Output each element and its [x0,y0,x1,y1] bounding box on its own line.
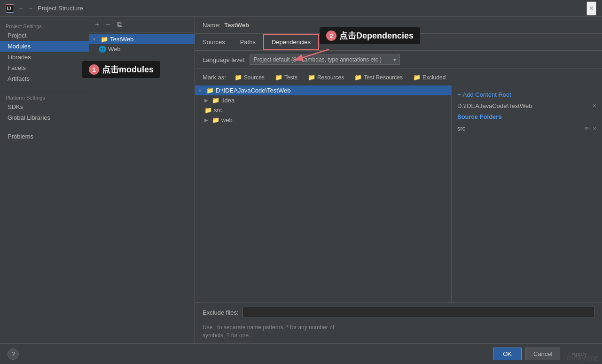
title-bar: IJ ← → Project Structure × [0,0,602,17]
add-content-root-label: Add Content Root [463,91,511,98]
name-value: TestWeb [224,22,249,29]
module-name: TestWeb [110,36,133,43]
annotation-text-1: 点击modules [102,64,154,75]
idea-expand-arrow: ▶ [204,98,210,103]
svg-line-3 [296,49,329,60]
test-resources-folder-icon: 📁 [354,74,362,81]
src-label: src [214,107,222,114]
mark-excluded-label: Excluded [422,74,446,81]
platform-settings-title: Platform Settings [0,92,89,101]
annotation-num-1: 1 [89,64,99,75]
sidebar-item-artifacts[interactable]: Artifacts [0,73,89,84]
ok-button[interactable]: OK [493,348,522,360]
sidebar-item-libraries[interactable]: Libraries [0,52,89,62]
remove-module-button[interactable]: − [104,20,112,29]
help-button[interactable]: ? [8,349,19,360]
exclude-hint: Use ; to separate name patterns, * for a… [195,322,602,343]
annotation-num-2: 2 [326,31,336,41]
idea-folder-icon: 📁 [212,97,219,104]
bottom-bar: ? OK Cancel Apply [0,343,602,364]
resources-folder-icon: 📁 [308,74,315,81]
mark-sources-label: Sources [244,74,265,81]
language-level-label: Language level: [203,56,246,63]
tree-web-item[interactable]: ▶ 📁 web [195,115,451,125]
content-root-panel: + Add Content Root D:\IDEAJavaCode\TestW… [452,85,602,302]
sources-folder-icon: 📁 [235,74,242,81]
middle-toolbar: + − ⧉ [89,17,195,32]
src-folder-icon: 📁 [204,107,212,114]
right-panel: Name: TestWeb Sources Paths Dependencies… [195,17,602,343]
root-path-row: D:\IDEAJavaCode\TestWeb × [457,102,596,109]
forward-button[interactable]: → [27,5,34,12]
copy-module-button[interactable]: ⧉ [115,20,124,29]
remove-root-button[interactable]: × [593,102,596,109]
idea-label: .idea [221,97,235,104]
close-button[interactable]: × [586,1,596,15]
sidebar-item-modules[interactable]: Modules [0,41,89,52]
mark-tests-label: Tests [284,74,297,81]
annotation-text-2: 点击Dependencies [339,30,414,41]
excluded-folder-icon: 📁 [413,74,421,81]
exclude-files-label: Exclude files: [203,309,239,316]
add-module-button[interactable]: + [93,20,101,29]
plus-icon: + [457,91,461,98]
sidebar-item-project[interactable]: Project [0,30,89,41]
edit-source-folder-button[interactable]: ✏ [585,125,590,132]
content-tree-area: ▾ 📁 D:\IDEAJavaCode\TestWeb ▶ 📁 .idea 📁 … [195,85,602,302]
tree-item-web[interactable]: 🌐 Web [89,44,195,54]
root-path-label: D:\IDEAJavaCode\TestWeb [216,87,290,94]
annotation-bubble-1: 1 点击modules [82,61,160,78]
root-expand-arrow: ▾ [199,88,204,93]
source-folder-name: src [457,125,471,132]
language-level-row: Language level: Project default (8 - Lam… [195,51,602,69]
sidebar-divider [0,88,89,88]
source-folder-actions: ✏ × [585,125,596,132]
web-label-tree: web [221,116,233,124]
tab-sources[interactable]: Sources [195,34,233,50]
mark-tests-button[interactable]: 📁 Tests [271,73,301,82]
sidebar-item-global-libraries[interactable]: Global Libraries [0,112,89,123]
mark-resources-button[interactable]: 📁 Resources [304,73,348,82]
mark-excluded-button[interactable]: 📁 Excluded [409,73,449,82]
tree-item-testweb[interactable]: ▾ 📁 TestWeb [89,34,195,44]
tree-src-item[interactable]: 📁 src [195,105,451,115]
mark-sources-button[interactable]: 📁 Sources [231,73,268,82]
web-expand-arrow: ▶ [204,117,210,123]
watermark: CSDN @打更 [567,355,598,362]
exclude-files-input[interactable] [242,307,594,318]
sidebar-item-sdks[interactable]: SDKs [0,101,89,112]
tree-idea-item[interactable]: ▶ 📁 .idea [195,95,451,105]
root-path-value: D:\IDEAJavaCode\TestWeb [457,102,532,109]
mark-test-resources-label: Test Resources [364,74,403,81]
tab-paths[interactable]: Paths [233,34,263,50]
title-bar-left: IJ ← → Project Structure [6,4,83,13]
cancel-button[interactable]: Cancel [525,348,560,360]
sidebar-item-problems[interactable]: Problems [0,131,89,142]
root-folder-icon: 📁 [206,87,214,94]
web-label: Web [108,46,121,53]
source-folders-title: Source Folders [457,113,596,120]
remove-source-folder-button[interactable]: × [593,125,596,132]
folder-icon: 📁 [101,36,108,43]
sidebar-item-facets[interactable]: Facets [0,62,89,73]
tree-root-item[interactable]: ▾ 📁 D:\IDEAJavaCode\TestWeb [195,85,451,95]
annotation-bubble-2: 2 点击Dependencies [320,27,420,44]
svg-text:IJ: IJ [7,6,11,11]
tests-folder-icon: 📁 [275,74,282,81]
project-settings-title: Project Settings [0,21,89,30]
dialog-title: Project Structure [38,5,83,12]
project-structure-dialog: IJ ← → Project Structure × Project Setti… [0,0,602,364]
file-tree: ▾ 📁 D:\IDEAJavaCode\TestWeb ▶ 📁 .idea 📁 … [195,85,452,302]
name-label: Name: [203,22,220,29]
mark-as-label: Mark as: [203,74,226,81]
mark-resources-label: Resources [317,74,344,81]
sidebar-divider-2 [0,127,89,127]
web-icon: 🌐 [99,46,106,53]
mark-test-resources-button[interactable]: 📁 Test Resources [351,73,407,82]
web-folder-icon-tree: 📁 [212,116,219,124]
expand-arrow: ▾ [93,37,99,42]
back-button[interactable]: ← [18,5,24,12]
sidebar: Project Settings Project Modules Librari… [0,17,89,343]
add-content-root-button[interactable]: + Add Content Root [457,91,596,98]
nav-arrows: ← → [18,5,34,12]
